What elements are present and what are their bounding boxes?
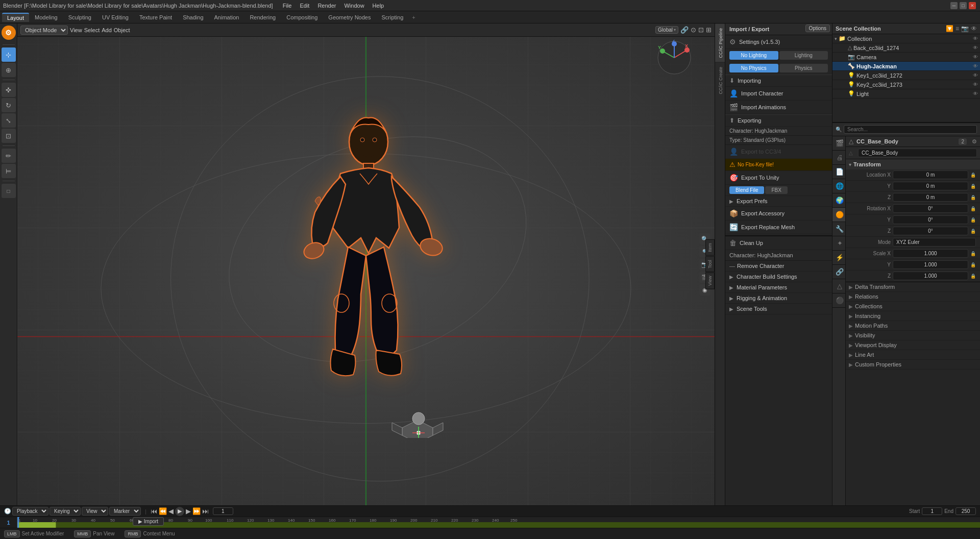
collection-expand-icon[interactable]: ▾: [835, 36, 837, 41]
no-lighting-button[interactable]: No Lighting: [729, 51, 778, 60]
sc-item-camera[interactable]: ▶ 📷 Camera 👁: [832, 53, 980, 62]
annotate-tool-button[interactable]: ✏: [2, 149, 16, 163]
cursor-tool-button[interactable]: ⊕: [2, 63, 16, 77]
tab-uv-editing[interactable]: UV Editing: [97, 13, 134, 21]
physics-tab[interactable]: ⚡: [832, 251, 846, 265]
rigging-animation-row[interactable]: ▶ Rigging & Animation: [725, 293, 832, 304]
relations-row[interactable]: ▶ Relations: [846, 292, 980, 302]
menu-render[interactable]: Render: [314, 2, 339, 10]
tab-scripting[interactable]: Scripting: [376, 13, 408, 21]
sc-item-key2[interactable]: ▶ 💡 Key2_cc3iid_1273 👁: [832, 80, 980, 89]
next-keyframe-button[interactable]: ⏩: [192, 507, 201, 515]
export-accessory-button[interactable]: 📦 Export Accessory: [725, 207, 832, 220]
rotation-z-lock[interactable]: 🔒: [970, 229, 976, 234]
export-prefs-row[interactable]: ▶ Export Prefs: [725, 196, 832, 207]
scene-props-tab[interactable]: 🌐: [832, 179, 846, 193]
constraints-tab[interactable]: 🔗: [832, 265, 846, 279]
menu-window[interactable]: Window: [340, 2, 368, 10]
scale-x-lock[interactable]: 🔒: [970, 251, 976, 256]
scene-tools-row[interactable]: ▶ Scene Tools: [725, 304, 832, 314]
go-to-end-button[interactable]: ⏭: [202, 507, 209, 515]
tab-compositing[interactable]: Compositing: [281, 13, 323, 21]
tab-rendering[interactable]: Rendering: [244, 13, 281, 21]
location-z-lock[interactable]: 🔒: [970, 195, 976, 200]
render-props-tab[interactable]: 🎬: [832, 136, 846, 151]
tab-shading[interactable]: Shading: [178, 13, 208, 21]
material-parameters-row[interactable]: ▶ Material Parameters: [725, 282, 832, 293]
object-props-tab[interactable]: 🟠: [832, 208, 846, 222]
viewport-display-row[interactable]: ▶ Viewport Display: [846, 340, 980, 350]
scale-y-value[interactable]: 1.000: [893, 260, 968, 269]
collections-row[interactable]: ▶ Collections: [846, 302, 980, 311]
rotation-z-value[interactable]: 0°: [893, 227, 968, 235]
delta-transform-row[interactable]: ▶ Delta Transform: [846, 282, 980, 292]
camera-visibility[interactable]: 👁: [973, 54, 978, 60]
scale-y-lock[interactable]: 🔒: [970, 262, 976, 267]
viewport-snap-icon[interactable]: 🔗: [680, 26, 689, 34]
vp-menu-object[interactable]: Object: [114, 27, 130, 33]
rotation-y-value[interactable]: 0°: [893, 215, 968, 224]
cc-create-tab[interactable]: CC/iC Create: [715, 62, 725, 99]
tab-modeling[interactable]: Modeling: [30, 13, 63, 21]
line-art-row[interactable]: ▶ Line Art: [846, 350, 980, 360]
sc-item-back[interactable]: ▶ △ Back_cc3iid_1274 👁: [832, 43, 980, 53]
rotation-y-lock[interactable]: 🔒: [970, 217, 976, 223]
particles-tab[interactable]: ✦: [832, 236, 846, 251]
viewport-proportional-icon[interactable]: ⊙: [691, 26, 696, 34]
scene-select-icon[interactable]: ≡: [955, 25, 959, 32]
viewport-snapping-icon[interactable]: ⊡: [698, 26, 704, 34]
physics-button[interactable]: Physics: [779, 64, 828, 72]
rotation-mode-dropdown[interactable]: XYZ Euler: [893, 238, 976, 247]
export-replace-mesh-button[interactable]: 🔄 Export Replace Mesh: [725, 220, 832, 234]
tab-animation[interactable]: Animation: [209, 13, 244, 21]
hugh-visibility[interactable]: 👁: [973, 63, 978, 69]
prev-frame-button[interactable]: ◀: [168, 507, 174, 515]
blend-file-button[interactable]: Blend File: [729, 186, 764, 194]
blender-logo[interactable]: ⚙: [2, 26, 16, 40]
transform-space-dropdown[interactable]: Global ▾: [655, 26, 678, 34]
output-props-tab[interactable]: 🖨: [832, 151, 846, 165]
next-frame-button[interactable]: ▶: [186, 507, 191, 515]
location-z-value[interactable]: 0 m: [893, 193, 968, 202]
import-character-button[interactable]: 👤 Import Character: [725, 87, 832, 101]
prev-keyframe-button[interactable]: ⏪: [159, 507, 167, 515]
location-y-value[interactable]: 0 m: [893, 182, 968, 190]
instancing-row[interactable]: ▶ Instancing: [846, 311, 980, 321]
remove-character-button[interactable]: — Remove Character: [725, 261, 832, 272]
importing-row[interactable]: ⬇ Importing: [725, 75, 832, 87]
properties-search-input[interactable]: [844, 125, 977, 134]
timeline-view-dropdown[interactable]: View: [82, 507, 108, 516]
scale-z-value[interactable]: 1.000: [893, 272, 968, 280]
play-button[interactable]: ▶: [175, 507, 184, 516]
tab-sculpting[interactable]: Sculpting: [63, 13, 96, 21]
measure-tool-button[interactable]: ⊨: [2, 164, 16, 178]
vp-menu-view[interactable]: View: [70, 27, 82, 33]
object-mode-select[interactable]: Object Mode: [20, 26, 68, 35]
lighting-button[interactable]: Lighting: [779, 51, 828, 60]
transform-tool-button[interactable]: ⊡: [2, 129, 16, 143]
no-physics-button[interactable]: No Physics: [729, 64, 778, 72]
vp-menu-add[interactable]: Add: [102, 27, 112, 33]
tool-tab[interactable]: Tool: [705, 256, 715, 272]
marker-dropdown[interactable]: Marker: [109, 507, 141, 516]
tab-layout[interactable]: Layout: [2, 13, 29, 22]
location-x-lock[interactable]: 🔒: [970, 173, 976, 178]
location-x-value[interactable]: 0 m: [893, 170, 968, 179]
maximize-button[interactable]: □: [960, 2, 967, 9]
back-visibility[interactable]: 👁: [973, 45, 978, 51]
rotation-x-lock[interactable]: 🔒: [970, 206, 976, 211]
object-settings-icon[interactable]: ⚙: [972, 138, 977, 145]
search-icon-props[interactable]: 🔍: [836, 127, 842, 132]
close-button[interactable]: ✕: [969, 2, 976, 9]
minimize-button[interactable]: ─: [950, 2, 958, 9]
view-layer-tab[interactable]: 📄: [832, 165, 846, 179]
go-to-start-button[interactable]: ⏮: [151, 507, 157, 515]
sc-item-collection[interactable]: ▾ 📁 Collection 👁: [832, 34, 980, 43]
custom-properties-row[interactable]: ▶ Custom Properties: [846, 360, 980, 370]
cc-ic-pipeline-tab[interactable]: CC/iC Pipeline: [715, 23, 725, 62]
location-y-lock[interactable]: 🔒: [970, 184, 976, 189]
view-tab[interactable]: View: [705, 272, 715, 289]
move-tool-button[interactable]: ✜: [2, 83, 16, 97]
sc-item-light[interactable]: ▶ 💡 Light 👁: [832, 89, 980, 99]
export-to-unity-button[interactable]: 🎯 Export To Unity: [725, 171, 832, 185]
